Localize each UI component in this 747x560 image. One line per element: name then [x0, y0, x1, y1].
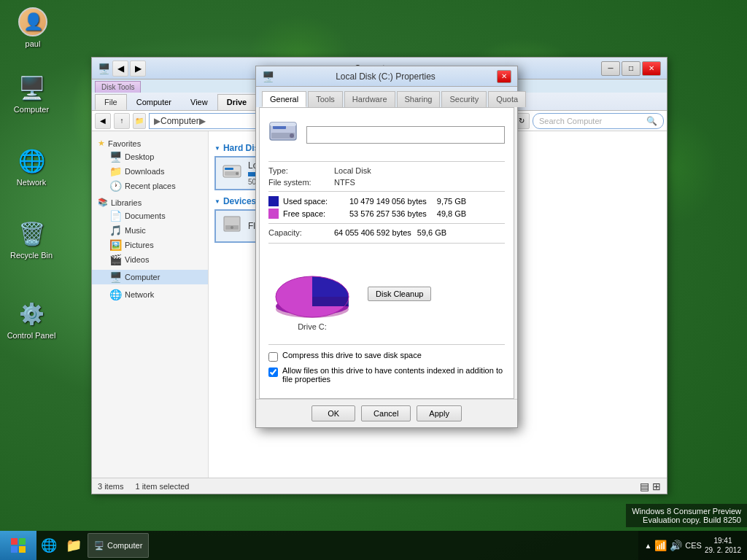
- libraries-header[interactable]: 📚 Libraries: [92, 196, 208, 209]
- control-panel-icon: ⚙️: [17, 299, 46, 328]
- search-box[interactable]: Search Computer 🔍: [533, 113, 664, 129]
- tab-general[interactable]: General: [262, 91, 306, 107]
- disk-cleanup-button[interactable]: Disk Cleanup: [368, 287, 431, 301]
- desktop-icon-paul[interactable]: 👤 paul: [7, 7, 58, 48]
- star-icon: ★: [98, 139, 105, 148]
- used-space-row: Used space: 10 479 149 056 bytes 9,75 GB: [268, 196, 505, 206]
- notification-area: ▲ 📶 🔊 CES 19:41 29. 2. 2012: [638, 531, 747, 560]
- properties-dialog: 🖥️ Local Disk (C:) Properties ✕ General …: [255, 66, 518, 428]
- favorites-header[interactable]: ★ Favorites: [92, 137, 208, 149]
- svg-point-6: [231, 226, 233, 229]
- sidebar-item-recent[interactable]: 🕐 Recent places: [92, 179, 208, 193]
- taskbar-folder-icon[interactable]: 📁: [61, 537, 86, 553]
- sidebar-item-network[interactable]: 🌐 Network: [92, 287, 208, 302]
- dialog-content: Type: Local Disk File system: NTFS Used …: [259, 107, 514, 399]
- minimize-button[interactable]: ─: [601, 61, 620, 76]
- tab-file[interactable]: File: [95, 94, 127, 110]
- desktop-icon-control-panel[interactable]: ⚙️ Control Panel: [6, 299, 57, 340]
- filesystem-row: File system: NTFS: [268, 178, 505, 187]
- sidebar-item-documents[interactable]: 📄 Documents: [92, 209, 208, 223]
- sidebar-item-desktop[interactable]: 🖥️ Desktop: [92, 149, 208, 164]
- taskbar-explorer-btn[interactable]: 🖥️ Computer: [88, 533, 149, 558]
- ok-button[interactable]: OK: [311, 405, 355, 421]
- sidebar-item-music[interactable]: 🎵 Music: [92, 223, 208, 238]
- computer-section: 🖥️ Computer: [92, 270, 208, 284]
- svg-point-9: [290, 133, 294, 138]
- forward-button[interactable]: ▶: [130, 61, 146, 77]
- computer-desktop-icon: 🖥️: [17, 73, 46, 102]
- back-button[interactable]: ◀: [112, 61, 128, 77]
- user-avatar-icon: 👤: [18, 7, 47, 36]
- dialog-buttons: OK Cancel Apply: [256, 399, 517, 427]
- pie-chart: Drive C:: [268, 257, 356, 331]
- sidebar-item-downloads[interactable]: 📁 Downloads: [92, 164, 208, 179]
- dialog-close-button[interactable]: ✕: [497, 70, 511, 83]
- desktop-sidebar-icon: 🖥️: [109, 151, 122, 163]
- items-count: 3 items: [98, 482, 123, 491]
- sidebar-item-computer[interactable]: 🖥️ Computer: [92, 270, 208, 284]
- network-section: 🌐 Network: [92, 287, 208, 302]
- pictures-icon: 🖼️: [109, 239, 122, 251]
- tab-security[interactable]: Security: [441, 91, 487, 107]
- floppy-icon: [222, 214, 242, 238]
- videos-icon: 🎬: [109, 254, 122, 265]
- libraries-section: 📚 Libraries 📄 Documents 🎵 Music 🖼️ Pictu…: [92, 196, 208, 267]
- drive-header: [268, 117, 505, 152]
- drive-name-input[interactable]: [306, 126, 505, 144]
- tab-drive[interactable]: Drive: [217, 94, 257, 110]
- nav-up-button[interactable]: ↑: [114, 113, 130, 129]
- drive-big-icon: [268, 117, 298, 152]
- desktop-icon-network[interactable]: 🌐 Network: [6, 146, 57, 187]
- taskbar: 🌐 📁 🖥️ Computer ▲ 📶 🔊 CES 19:41 29. 2. 2…: [0, 531, 747, 560]
- tab-view[interactable]: View: [181, 94, 217, 110]
- library-icon: 📚: [98, 198, 108, 207]
- used-color-box: [268, 196, 279, 206]
- close-button[interactable]: ✕: [642, 61, 661, 76]
- dialog-title-bar: 🖥️ Local Disk (C:) Properties ✕: [256, 66, 517, 87]
- index-checkbox-row: Allow files on this drive to have conten…: [268, 366, 505, 384]
- recent-sidebar-icon: 🕐: [109, 180, 122, 192]
- up-arrow-icon[interactable]: ▲: [644, 542, 651, 550]
- cancel-button[interactable]: Cancel: [361, 405, 411, 421]
- desktop-icon-computer[interactable]: 🖥️ Computer: [6, 73, 57, 114]
- dialog-tabs: General Tools Hardware Sharing Security …: [259, 88, 514, 107]
- network-tray-icon[interactable]: 📶: [654, 540, 667, 551]
- svg-rect-18: [11, 546, 18, 553]
- view-details-icon[interactable]: ▤: [640, 481, 649, 492]
- sidebar-item-pictures[interactable]: 🖼️ Pictures: [92, 238, 208, 252]
- index-label: Allow files on this drive to have conten…: [282, 366, 505, 384]
- desktop-icon-recycle[interactable]: 🗑️ Recycle Bin: [6, 219, 57, 260]
- status-bar: 3 items 1 item selected ▤ ⊞: [92, 478, 667, 494]
- window-controls: ─ □ ✕: [601, 61, 661, 76]
- type-row: Type: Local Disk: [268, 166, 505, 175]
- tab-quota[interactable]: Quota: [488, 91, 526, 107]
- view-tiles-icon[interactable]: ⊞: [652, 481, 661, 492]
- drive-label: Drive C:: [298, 322, 327, 331]
- taskbar-ie-icon[interactable]: 🌐: [36, 537, 61, 553]
- nav-back-button[interactable]: ◀: [95, 113, 111, 129]
- tab-hardware[interactable]: Hardware: [344, 91, 395, 107]
- downloads-sidebar-icon: 📁: [109, 166, 122, 177]
- compress-checkbox[interactable]: [268, 352, 278, 362]
- start-button[interactable]: [0, 531, 36, 560]
- capacity-row: Capacity: 64 055 406 592 bytes 59,6 GB: [268, 228, 505, 237]
- documents-icon: 📄: [109, 210, 122, 222]
- network-globe-icon: 🌐: [17, 146, 46, 175]
- search-icon[interactable]: 🔍: [646, 116, 657, 126]
- tab-tools[interactable]: Tools: [308, 91, 343, 107]
- favorites-section: ★ Favorites 🖥️ Desktop 📁 Downloads 🕐 Rec…: [92, 137, 208, 193]
- svg-rect-16: [11, 538, 18, 545]
- tab-sharing[interactable]: Sharing: [397, 91, 441, 107]
- index-checkbox[interactable]: [268, 368, 278, 377]
- free-color-box: [268, 209, 279, 219]
- volume-tray-icon[interactable]: 🔊: [670, 540, 682, 551]
- apply-button[interactable]: Apply: [417, 405, 462, 421]
- tab-computer[interactable]: Computer: [127, 94, 181, 110]
- clock[interactable]: 19:41 29. 2. 2012: [705, 536, 741, 555]
- svg-point-2: [236, 172, 239, 175]
- computer-sidebar-icon: 🖥️: [109, 271, 122, 283]
- network-sidebar-icon: 🌐: [109, 289, 122, 300]
- maximize-button[interactable]: □: [622, 61, 640, 76]
- search-placeholder: Search Computer: [539, 117, 602, 125]
- sidebar-item-videos[interactable]: 🎬 Videos: [92, 252, 208, 267]
